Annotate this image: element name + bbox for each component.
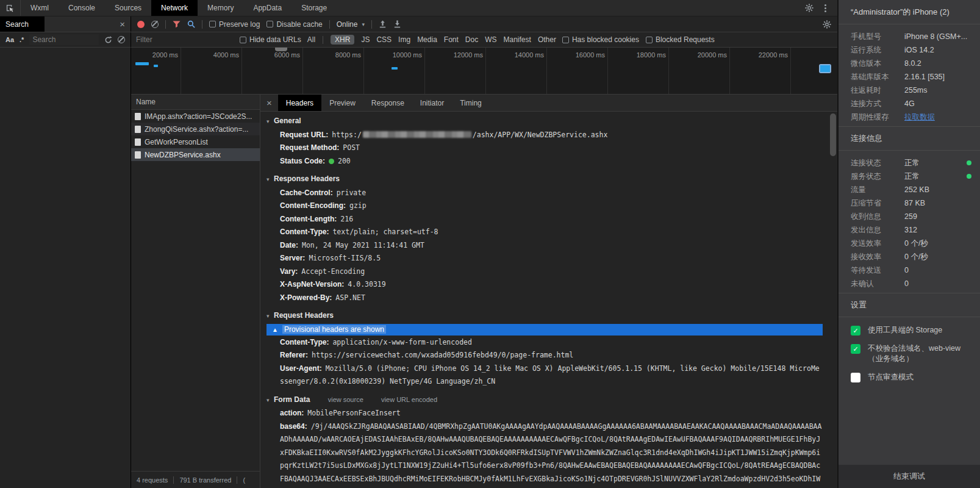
request-row[interactable]: GetWorkPersonList (131, 135, 260, 148)
refresh-icon[interactable] (104, 36, 112, 44)
resource-type-filter[interactable]: Img (398, 35, 410, 44)
network-settings-gear-icon[interactable] (823, 20, 831, 29)
filter-checkbox[interactable]: Has blocked cookies (562, 35, 639, 44)
settings-gear-icon[interactable] (805, 4, 814, 12)
checkbox-label: Has blocked cookies (572, 35, 639, 44)
resource-type-filter[interactable]: XHR (331, 35, 354, 45)
search-input[interactable] (29, 34, 99, 45)
devtools-tab[interactable]: Sources (105, 0, 151, 16)
info-value[interactable]: 拉取数据 (904, 110, 935, 124)
resource-type-filter[interactable]: Other (538, 35, 556, 44)
filter-input[interactable] (136, 35, 234, 44)
resource-type-filter[interactable]: Manifest (504, 35, 531, 44)
resource-type-filter[interactable]: JS (361, 35, 370, 44)
view-url-encoded-link[interactable]: view URL encoded (381, 396, 437, 403)
details-tab[interactable]: Headers (278, 95, 321, 111)
close-details-icon[interactable]: × (260, 95, 278, 111)
name-column-header[interactable]: Name (131, 95, 260, 110)
record-button[interactable] (137, 21, 145, 28)
import-har-icon[interactable] (379, 20, 387, 28)
network-filter-bar: Hide data URLs All XHR JS CSS Img (131, 32, 837, 48)
info-value: 255ms (904, 84, 928, 97)
header-line: Content-Encoding:gzip (266, 199, 823, 213)
info-row: 基础库版本 2.16.1 [535] (851, 70, 970, 84)
search-icon[interactable] (187, 20, 195, 28)
divider (371, 20, 372, 29)
devtools-tab[interactable]: Network (151, 0, 198, 16)
regex-button[interactable]: .* (20, 36, 24, 43)
resource-type-filter[interactable]: All (307, 35, 315, 44)
info-label: 压缩节省 (851, 196, 904, 210)
filter-checkboxes: Has blocked cookies Blocked Requests (562, 35, 715, 44)
match-case-button[interactable]: Aa (5, 36, 14, 43)
timeline-overview[interactable]: 2000 ms 4000 ms 6000 ms (131, 48, 837, 95)
setting-row[interactable]: 节点审查模式 (851, 372, 970, 382)
filter-row: Aa .* Hide data URLs All (0, 32, 837, 48)
clear-requests-icon[interactable] (151, 21, 159, 28)
clear-search-icon[interactable] (118, 36, 125, 43)
section-header-form-data[interactable]: ▾Form Data view source view URL encoded (266, 393, 823, 407)
view-source-link[interactable]: view source (328, 396, 363, 403)
details-tab[interactable]: Preview (321, 95, 363, 111)
inspect-element-icon[interactable] (0, 0, 21, 16)
checkbox[interactable] (851, 344, 860, 354)
chevron-expanded-icon: ▾ (266, 394, 274, 407)
checkbox-label: Hide data URLs (249, 35, 301, 44)
setting-row[interactable]: 不校验合法域名、web-view（业务域名） (851, 343, 970, 364)
disable-cache-checkbox[interactable]: Disable cache (266, 20, 322, 29)
resource-type-filter[interactable]: CSS (376, 35, 392, 44)
search-controls: Aa .* (0, 32, 131, 48)
details-tab[interactable]: Initiator (412, 95, 452, 111)
scrollbar-thumb[interactable] (830, 113, 836, 156)
close-search-icon[interactable]: × (114, 16, 131, 32)
devtools-tab[interactable]: AppData (243, 0, 291, 16)
devtools-tab[interactable]: Wxml (21, 0, 59, 16)
connection-info-rows: 连接状态 正常 服务状态 正常 流量 252 KB (851, 151, 970, 293)
checkbox[interactable] (851, 326, 860, 336)
preserve-log-checkbox[interactable]: Preserve log (209, 20, 260, 29)
resource-type-filter[interactable]: Doc (465, 35, 478, 44)
info-value: 0 (904, 277, 909, 290)
request-row[interactable]: NewDZBPService.ashx (131, 148, 260, 161)
info-label: 周期性缓存 (851, 110, 904, 124)
info-row: 等待发送 0 (851, 264, 970, 277)
details-tab[interactable]: Timing (452, 95, 490, 111)
section-header-general[interactable]: ▾General (266, 115, 823, 129)
info-row: 微信版本 8.0.2 (851, 57, 970, 70)
info-label: 连接方式 (851, 97, 904, 110)
timeline-scroll-handle[interactable] (275, 48, 287, 51)
export-har-icon[interactable] (393, 20, 401, 28)
section-header-response[interactable]: ▾Response Headers (266, 173, 823, 187)
request-row[interactable]: IMApp.ashx?action=JSCode2S... (131, 110, 260, 123)
kebab-menu-icon[interactable] (824, 7, 826, 9)
devtools-tab[interactable]: Console (59, 0, 105, 16)
info-label: 接收效率 (851, 250, 904, 264)
info-value: 8.0.2 (904, 57, 921, 70)
file-icon (135, 126, 141, 133)
devtools-tab[interactable]: Storage (291, 0, 337, 16)
end-debug-button[interactable]: 结束调试 (839, 465, 980, 488)
devtools-tab[interactable]: Memory (198, 0, 243, 16)
request-row[interactable]: ZhongQiService.ashx?action=... (131, 123, 260, 135)
devtools-tabbar: Wxml Console Sources Network Memory AppD… (0, 0, 837, 16)
checkbox[interactable] (851, 373, 860, 382)
resource-type-filter[interactable]: Media (417, 35, 437, 44)
resource-type-filter[interactable]: Font (444, 35, 459, 44)
hide-data-urls-checkbox[interactable]: Hide data URLs (240, 35, 301, 44)
setting-label: 节点审查模式 (868, 372, 914, 382)
throttling-dropdown[interactable]: Online ▾ (337, 20, 365, 29)
section-header-request[interactable]: ▾Request Headers (266, 309, 823, 323)
info-label: 微信版本 (851, 57, 904, 70)
resource-type-filter[interactable]: WS (485, 35, 496, 44)
setting-row[interactable]: 使用工具端的 Storage (851, 325, 970, 336)
resource-type-filter[interactable] (323, 36, 323, 44)
header-line: Request URL:https://ashx/APP/WX/NewDZBPS… (266, 129, 823, 142)
status-ok-dot (329, 159, 334, 164)
header-line: Request Method:POST (266, 142, 823, 155)
network-toolbar: Preserve log Disable cache Online ▾ (131, 16, 837, 32)
header-line: Referer:https://servicewechat.com/wxadad… (266, 349, 823, 362)
filter-icon[interactable] (173, 21, 181, 28)
details-tab[interactable]: Response (363, 95, 412, 111)
filter-checkbox[interactable]: Blocked Requests (646, 35, 715, 44)
search-tab[interactable]: Search (0, 16, 45, 32)
